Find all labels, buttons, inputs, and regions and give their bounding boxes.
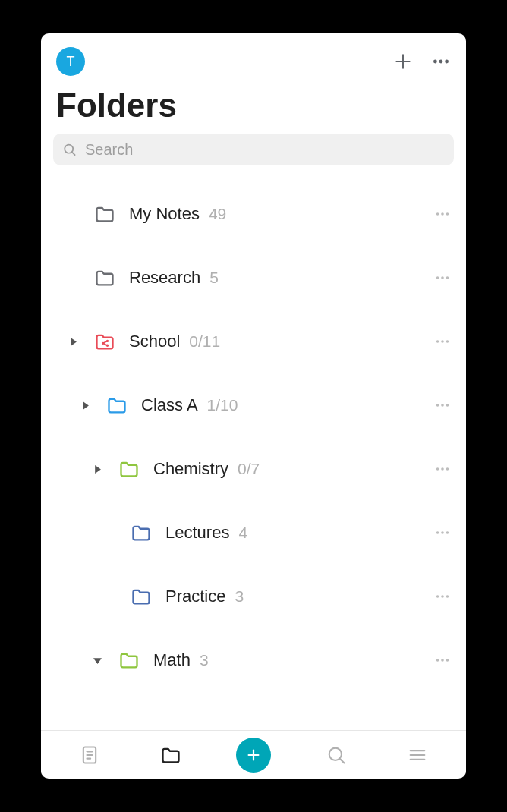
folder-icon: [131, 585, 153, 608]
row-more-button[interactable]: [430, 329, 455, 354]
svg-point-8: [441, 212, 444, 216]
folder-count: 3: [200, 651, 209, 669]
svg-point-23: [446, 404, 449, 407]
plus-icon: [393, 52, 413, 71]
folder-label-wrap: Chemistry 0/7: [153, 459, 430, 479]
row-more-button[interactable]: [430, 647, 455, 673]
svg-point-9: [446, 212, 449, 216]
svg-line-17: [103, 343, 108, 345]
notes-icon: [79, 744, 100, 766]
folder-count: 4: [238, 524, 247, 542]
create-button[interactable]: [236, 738, 271, 773]
folder-name: Practice: [165, 587, 225, 606]
folder-label-wrap: Research 5: [129, 268, 430, 288]
tab-notes[interactable]: [73, 738, 106, 772]
folder-count: 0/11: [189, 332, 220, 351]
svg-point-34: [441, 659, 444, 662]
svg-point-35: [446, 659, 449, 662]
add-button[interactable]: [393, 52, 413, 71]
avatar-letter: T: [67, 54, 75, 70]
folder-label-wrap: Math 3: [153, 650, 430, 670]
bottom-bar: [41, 730, 466, 779]
svg-point-22: [441, 404, 444, 407]
tab-search[interactable]: [320, 738, 353, 772]
svg-point-33: [436, 659, 439, 662]
svg-point-25: [441, 467, 444, 471]
folder-row[interactable]: Practice 3: [41, 565, 466, 628]
svg-point-21: [436, 404, 439, 407]
folder-label-wrap: Practice 3: [165, 587, 430, 606]
svg-point-26: [446, 467, 449, 471]
row-more-button[interactable]: [430, 265, 455, 291]
search-input[interactable]: [53, 134, 454, 165]
folder-icon: [131, 521, 153, 544]
folder-label-wrap: Lectures 4: [165, 523, 430, 543]
disclosure-chevron-icon[interactable]: [74, 401, 96, 410]
folder-row[interactable]: Research 5: [41, 246, 466, 310]
svg-point-24: [436, 467, 439, 471]
svg-point-4: [445, 60, 449, 64]
folder-name: Math: [153, 650, 191, 670]
svg-point-20: [446, 340, 449, 343]
folder-list[interactable]: My Notes 49 Research 5 School 0/11: [41, 172, 466, 730]
row-more-button[interactable]: [430, 584, 455, 609]
more-button[interactable]: [431, 52, 451, 71]
disclosure-chevron-icon[interactable]: [62, 338, 83, 346]
row-more-button[interactable]: [430, 201, 455, 227]
folder-name: My Notes: [129, 204, 200, 224]
svg-point-32: [446, 595, 449, 598]
folder-name: Class A: [141, 395, 198, 415]
tab-menu[interactable]: [401, 738, 434, 772]
row-more-button[interactable]: [430, 520, 455, 546]
folder-icon: [118, 458, 141, 480]
svg-point-11: [441, 276, 444, 279]
folder-icon: [94, 266, 117, 289]
search-container: [41, 134, 466, 172]
page-title: Folders: [41, 83, 466, 134]
folder-name: School: [129, 332, 180, 351]
svg-point-3: [439, 60, 443, 64]
svg-point-29: [446, 531, 449, 534]
disclosure-chevron-icon[interactable]: [87, 465, 108, 474]
svg-point-31: [441, 595, 444, 598]
header-actions: [393, 52, 451, 71]
menu-icon: [407, 744, 428, 766]
svg-point-7: [436, 212, 439, 216]
svg-point-28: [441, 531, 444, 534]
folder-row[interactable]: My Notes 49: [41, 182, 466, 246]
folder-count: 0/7: [238, 460, 260, 478]
svg-point-10: [436, 276, 439, 279]
folder-row[interactable]: Lectures 4: [41, 501, 466, 565]
row-more-button[interactable]: [430, 456, 455, 482]
folder-name: Chemistry: [153, 459, 228, 479]
svg-line-6: [72, 153, 75, 156]
svg-point-12: [446, 276, 449, 279]
more-horizontal-icon: [431, 52, 451, 71]
avatar[interactable]: T: [56, 47, 85, 76]
svg-point-18: [436, 340, 439, 343]
disclosure-chevron-icon[interactable]: [87, 656, 108, 665]
folder-label-wrap: My Notes 49: [129, 204, 430, 224]
folder-icon: [106, 394, 129, 417]
folder-count: 3: [235, 587, 244, 606]
folder-row[interactable]: Math 3: [41, 628, 466, 692]
header: T: [41, 33, 466, 83]
folder-label-wrap: School 0/11: [129, 332, 430, 351]
folder-row[interactable]: Chemistry 0/7: [41, 437, 466, 501]
folder-icon: [94, 203, 117, 225]
svg-point-27: [436, 531, 439, 534]
folder-row[interactable]: School 0/11: [41, 310, 466, 373]
folder-label-wrap: Class A 1/10: [141, 395, 430, 415]
folder-name: Research: [129, 268, 200, 288]
svg-point-19: [441, 340, 444, 343]
svg-line-43: [340, 759, 344, 763]
app-frame: T Folders My Notes 49: [41, 33, 466, 779]
row-more-button[interactable]: [430, 392, 455, 418]
folder-row[interactable]: Class A 1/10: [41, 373, 466, 437]
folder-count: 49: [209, 205, 226, 223]
svg-point-2: [433, 60, 437, 64]
tab-folders[interactable]: [154, 738, 187, 772]
folder-icon: [160, 744, 181, 766]
folder-count: 5: [209, 269, 219, 287]
search-icon: [62, 143, 77, 157]
